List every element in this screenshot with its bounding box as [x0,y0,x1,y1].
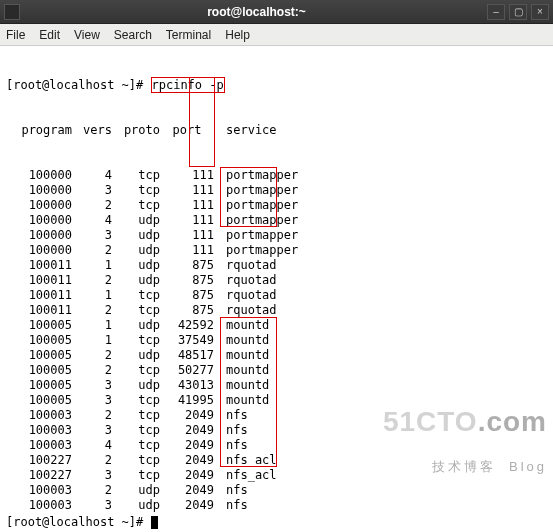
menu-edit[interactable]: Edit [39,28,60,42]
output-row: 1000111tcp875rquotad [6,288,547,303]
menu-search[interactable]: Search [114,28,152,42]
output-header: programversprotoportservice [6,123,547,138]
prompt-line-1: [root@localhost ~]# rpcinfo -p [6,78,547,93]
output-row: 1000032udp2049nfs [6,483,547,498]
window-title: root@localhost:~ [26,5,487,19]
output-row: 1000112tcp875rquotad [6,303,547,318]
output-row: 1000003udp111portmapper [6,228,547,243]
menu-file[interactable]: File [6,28,25,42]
output-row: 1000053udp43013mountd [6,378,547,393]
prompt-line-2: [root@localhost ~]# [0,514,553,532]
menu-view[interactable]: View [74,28,100,42]
output-row: 1000052tcp50277mountd [6,363,547,378]
menu-help[interactable]: Help [225,28,250,42]
minimize-button[interactable]: – [487,4,505,20]
output-row: 1000002tcp111portmapper [6,198,547,213]
output-row: 1000002udp111portmapper [6,243,547,258]
output-row: 1002272tcp2049nfs_acl [6,453,547,468]
output-row: 1000003tcp111portmapper [6,183,547,198]
output-row: 1000034udp2049nfs [6,513,547,514]
output-rows: 1000004tcp111portmapper1000003tcp111port… [6,168,547,514]
output-row: 1000051udp42592mountd [6,318,547,333]
close-button[interactable]: × [531,4,549,20]
output-row: 1002273tcp2049nfs_acl [6,468,547,483]
menu-terminal[interactable]: Terminal [166,28,211,42]
output-row: 1000052udp48517mountd [6,348,547,363]
maximize-button[interactable]: ▢ [509,4,527,20]
terminal-viewport[interactable]: [root@localhost ~]# rpcinfo -p programve… [0,46,553,514]
terminal-app-icon [4,4,20,20]
window-titlebar: root@localhost:~ – ▢ × [0,0,553,24]
output-row: 1000033tcp2049nfs [6,423,547,438]
output-row: 1000032tcp2049nfs [6,408,547,423]
cursor [151,516,158,529]
output-row: 1000004udp111portmapper [6,213,547,228]
output-row: 1000051tcp37549mountd [6,333,547,348]
output-row: 1000111udp875rquotad [6,258,547,273]
output-row: 1000004tcp111portmapper [6,168,547,183]
output-row: 1000034tcp2049nfs [6,438,547,453]
output-row: 1000053tcp41995mountd [6,393,547,408]
command-highlight: rpcinfo -p [151,77,225,93]
output-row: 1000112udp875rquotad [6,273,547,288]
output-row: 1000033udp2049nfs [6,498,547,513]
menubar: File Edit View Search Terminal Help [0,24,553,46]
